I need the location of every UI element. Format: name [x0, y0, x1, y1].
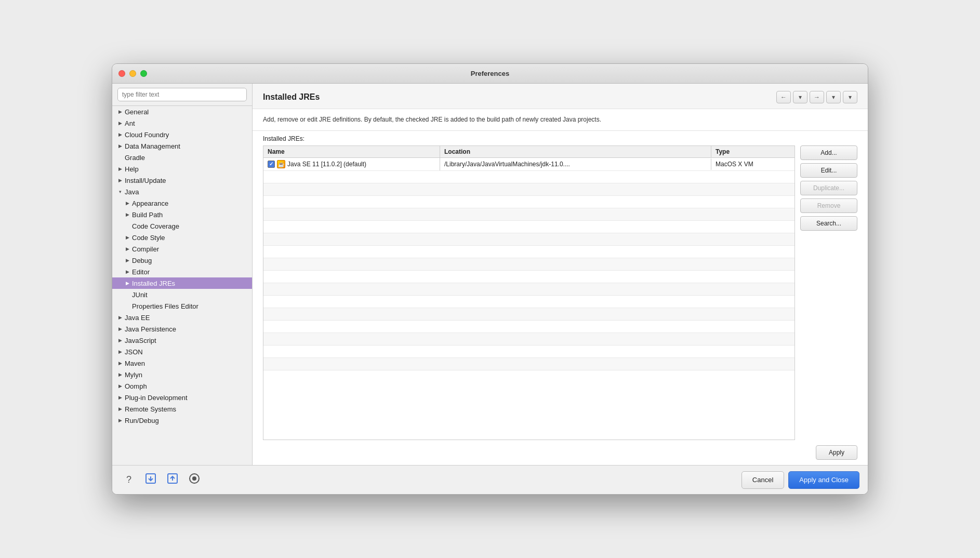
empty-row-15 [263, 346, 794, 358]
sidebar-item-cloud-foundry[interactable]: ▶Cloud Foundry [112, 129, 252, 140]
empty-row-6 [263, 233, 794, 246]
sidebar-label-remote-systems: Remote Systems [125, 405, 176, 413]
back-dropdown-button[interactable]: ▾ [793, 91, 807, 103]
nav-arrows: ← ▾ → ▾ ▾ [776, 91, 857, 103]
export-button[interactable] [164, 472, 181, 488]
remove-button[interactable]: Remove [800, 198, 857, 213]
col-type: Type [711, 146, 794, 157]
sidebar-item-installed-jres[interactable]: ▶Installed JREs [112, 277, 252, 289]
jre-checkbox[interactable]: ✓ [268, 161, 275, 168]
maximize-button[interactable] [140, 70, 147, 77]
minimize-button[interactable] [129, 70, 136, 77]
restore-button[interactable] [186, 472, 203, 488]
section-label: Installed JREs: [253, 131, 868, 145]
sidebar-item-java-persistence[interactable]: ▶Java Persistence [112, 323, 252, 335]
add-button[interactable]: Add... [800, 145, 857, 160]
sidebar-item-ant[interactable]: ▶Ant [112, 117, 252, 129]
tree-arrow-code-style: ▶ [124, 234, 131, 241]
table-row[interactable]: ✓ ☕ Java SE 11 [11.0.2] (default) /Libra… [263, 158, 794, 171]
tree-arrow-data-management: ▶ [116, 142, 124, 150]
tree-container[interactable]: ▶General▶Ant▶Cloud Foundry▶Data Manageme… [112, 106, 252, 465]
apply-close-button[interactable]: Apply and Close [788, 471, 859, 489]
empty-row-13 [263, 321, 794, 333]
menu-button[interactable]: ▾ [843, 91, 857, 103]
jre-table: Name Location Type ✓ ☕ Java SE 11 [11.0.… [263, 145, 795, 440]
search-input[interactable] [117, 88, 247, 101]
sidebar-item-java-ee[interactable]: ▶Java EE [112, 312, 252, 323]
sidebar-label-java: Java [125, 188, 139, 196]
tree-spacer-gradle [116, 154, 124, 161]
sidebar-item-java[interactable]: ▾Java [112, 186, 252, 197]
empty-row-12 [263, 308, 794, 321]
sidebar-item-data-management[interactable]: ▶Data Management [112, 140, 252, 152]
empty-row-8 [263, 258, 794, 271]
tree-arrow-compiler: ▶ [124, 245, 131, 253]
forward-dropdown-button[interactable]: ▾ [826, 91, 841, 103]
search-button[interactable]: Search... [800, 216, 857, 231]
tree-arrow-java-ee: ▶ [116, 314, 124, 321]
sidebar-item-junit[interactable]: JUnit [112, 289, 252, 300]
forward-icon: → [814, 94, 820, 101]
sidebar-item-maven[interactable]: ▶Maven [112, 357, 252, 369]
close-button[interactable] [118, 70, 125, 77]
sidebar-item-mylyn[interactable]: ▶Mylyn [112, 369, 252, 380]
sidebar-item-gradle[interactable]: Gradle [112, 152, 252, 163]
empty-row-11 [263, 296, 794, 308]
sidebar-label-oomph: Oomph [125, 382, 147, 390]
jre-table-wrapper: Name Location Type ✓ ☕ Java SE 11 [11.0.… [253, 145, 868, 445]
sidebar-item-code-style[interactable]: ▶Code Style [112, 232, 252, 243]
apply-button[interactable]: Apply [816, 445, 857, 460]
sidebar-item-remote-systems[interactable]: ▶Remote Systems [112, 403, 252, 415]
sidebar-item-install-update[interactable]: ▶Install/Update [112, 175, 252, 186]
sidebar-item-javascript[interactable]: ▶JavaScript [112, 335, 252, 346]
sidebar-item-run-debug[interactable]: ▶Run/Debug [112, 415, 252, 426]
window-title: Preferences [471, 70, 509, 77]
sidebar-item-help[interactable]: ▶Help [112, 163, 252, 175]
sidebar-label-java-ee: Java EE [125, 314, 150, 322]
sidebar-item-editor[interactable]: ▶Editor [112, 266, 252, 277]
page-title: Installed JREs [263, 92, 320, 102]
forward-button[interactable]: → [810, 91, 824, 103]
tree-arrow-json: ▶ [116, 348, 124, 355]
sidebar-item-compiler[interactable]: ▶Compiler [112, 243, 252, 255]
empty-row-7 [263, 246, 794, 258]
jre-icon: ☕ [277, 160, 285, 168]
import-button[interactable] [142, 472, 159, 488]
bottom-left: ? [121, 472, 203, 488]
sidebar-item-json[interactable]: ▶JSON [112, 346, 252, 357]
sidebar-label-debug: Debug [132, 257, 152, 264]
help-button[interactable]: ? [121, 472, 137, 488]
tree-arrow-java: ▾ [116, 188, 124, 195]
sidebar-item-code-coverage[interactable]: Code Coverage [112, 220, 252, 232]
sidebar-label-gradle: Gradle [125, 154, 145, 162]
edit-button[interactable]: Edit... [800, 163, 857, 178]
sidebar-label-appearance: Appearance [132, 200, 168, 207]
td-type: MacOS X VM [711, 158, 794, 170]
sidebar-item-plugin-development[interactable]: ▶Plug-in Development [112, 392, 252, 403]
sidebar-label-install-update: Install/Update [125, 177, 166, 184]
menu-icon: ▾ [849, 94, 852, 101]
sidebar-item-oomph[interactable]: ▶Oomph [112, 380, 252, 392]
sidebar-item-general[interactable]: ▶General [112, 106, 252, 117]
jre-buttons: Add... Edit... Duplicate... Remove Searc… [800, 145, 857, 440]
sidebar-label-properties-files-editor: Properties Files Editor [132, 302, 198, 310]
sidebar-item-appearance[interactable]: ▶Appearance [112, 197, 252, 209]
empty-row-1 [263, 171, 794, 183]
sidebar-item-debug[interactable]: ▶Debug [112, 255, 252, 266]
sidebar-item-build-path[interactable]: ▶Build Path [112, 209, 252, 220]
tree-arrow-plugin-development: ▶ [116, 394, 124, 401]
sidebar-label-build-path: Build Path [132, 211, 163, 219]
sidebar-label-maven: Maven [125, 360, 145, 367]
sidebar-label-help: Help [125, 165, 139, 173]
sidebar-item-properties-files-editor[interactable]: Properties Files Editor [112, 300, 252, 312]
tree-arrow-build-path: ▶ [124, 211, 131, 218]
svg-point-5 [193, 477, 196, 480]
back-button[interactable]: ← [776, 91, 791, 103]
import-icon [144, 472, 157, 487]
duplicate-button[interactable]: Duplicate... [800, 181, 857, 195]
tree-arrow-help: ▶ [116, 165, 124, 172]
cancel-button[interactable]: Cancel [741, 471, 784, 489]
help-icon: ? [126, 474, 131, 485]
sidebar-label-json: JSON [125, 348, 143, 356]
window-body: ▶General▶Ant▶Cloud Foundry▶Data Manageme… [112, 84, 868, 465]
